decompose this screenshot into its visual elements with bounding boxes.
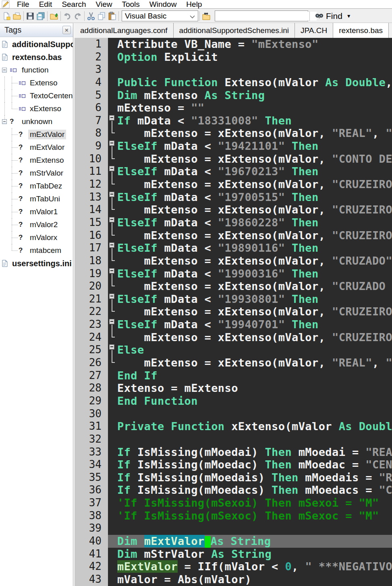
line-number[interactable]: 30 [75,408,108,420]
fold-margin[interactable] [108,318,116,331]
line-number[interactable]: 43 [75,573,108,586]
line-number[interactable]: 23 [75,318,108,331]
save-all-button[interactable] [35,11,46,21]
code-line[interactable]: 1Attribute VB_Name = "mExtenso" [75,38,392,51]
fold-minus-icon[interactable] [109,268,114,273]
line-number[interactable]: 9 [75,140,108,153]
tree-item-mTabDez[interactable]: ?mTabDez [0,180,73,193]
line-number[interactable]: 29 [75,395,108,408]
line-number[interactable]: 4 [75,76,108,89]
line-number[interactable]: 28 [75,382,108,395]
code-line[interactable]: 41Dim mStrValor As String [75,548,392,561]
line-number[interactable]: 17 [75,242,108,255]
line-number[interactable]: 42 [75,560,108,573]
fold-minus-icon[interactable] [109,192,114,197]
code-line[interactable]: 36If IsMissing(mMoedacs) Then mMoedacs =… [75,484,392,497]
code-line[interactable]: 8 mExtenso = xExtenso(mValor, "REAL", "C [75,127,392,140]
menu-item-search[interactable]: Search [57,0,91,8]
line-number[interactable]: 15 [75,216,108,229]
code-line[interactable]: 25Else [75,344,392,356]
line-number[interactable]: 34 [75,458,108,471]
line-number[interactable]: 10 [75,153,108,166]
line-number[interactable]: 19 [75,267,108,280]
code-line[interactable]: 43mValor = Abs(mValor) [75,573,392,586]
code-line[interactable]: 14 mExtenso = xExtenso(mValor, "CRUZEIRO [75,203,392,216]
save-button[interactable] [25,11,35,21]
code-line[interactable]: 32 [75,433,392,446]
code-line[interactable]: 2Option Explicit [75,51,392,64]
fold-minus-icon[interactable] [109,242,114,248]
code-line[interactable]: 34If IsMissing(mMoedac) Then mMoedac = "… [75,458,392,471]
close-icon[interactable]: × [62,26,71,34]
tab-JPA.CH[interactable]: JPA.CH [295,23,333,38]
code-line[interactable]: 4Public Function Extenso(mValor As Doubl… [75,76,392,89]
line-number[interactable]: 14 [75,203,108,216]
code-line[interactable]: 38'If IsMissing(mSexoc) Then mSexoc = "M… [75,509,392,522]
code-line[interactable]: 18 mExtenso = xExtenso(mValor, "CRUZADO"… [75,255,392,267]
line-number[interactable]: 13 [75,191,108,204]
fold-minus-icon[interactable] [109,344,114,350]
line-number[interactable]: 7 [75,114,108,127]
line-number[interactable]: 6 [75,101,108,114]
tree-item-rextenso.bas[interactable]: rextenso.bas [0,51,73,64]
menu-item-tools[interactable]: Tools [117,0,144,8]
fold-minus-icon[interactable] [109,141,114,146]
tree-item-mExtValor[interactable]: ?mExtValor [0,128,73,141]
code-line[interactable]: 39 [75,522,392,535]
menu-item-help[interactable]: Help [181,0,207,8]
tree-item-mValor1[interactable]: ?mValor1 [0,205,73,218]
tree-item-mExtValor[interactable]: ?mExtValor [0,141,73,154]
new-file-button[interactable] [1,11,12,21]
tree-item-function[interactable]: function [0,64,73,77]
line-number[interactable]: 40 [75,535,108,548]
tree-item-Extenso[interactable]: Extenso [0,77,73,89]
tree-item-mValorx[interactable]: ?mValorx [0,231,73,244]
code-line[interactable]: 37'If IsMissing(mSexoi) Then mSexoi = "M… [75,497,392,509]
code-line[interactable]: 13ElseIf mData < "19700515" Then [75,191,392,204]
code-line[interactable]: 24 mExtenso = xExtenso(mValor, "CRUZEIRO [75,331,392,344]
tree-item-unknown[interactable]: ?unknown [0,115,73,128]
line-number[interactable]: 26 [75,356,108,369]
line-number[interactable]: 20 [75,280,108,293]
code-line[interactable]: 12 mExtenso = xExtenso(mValor, "CRUZEIRO… [75,178,392,191]
line-number[interactable]: 27 [75,369,108,382]
code-line[interactable]: 17ElseIf mData < "19890116" Then [75,242,392,255]
fold-margin[interactable] [108,242,116,255]
tree-item-additionalSupportedSchemes.ini[interactable]: additionalSupportedSchemes.ini [0,38,73,51]
code-line[interactable]: 29End Function [75,395,392,408]
line-number[interactable]: 21 [75,293,108,306]
line-number[interactable]: 18 [75,255,108,267]
code-line[interactable]: 26 mExtenso = xExtenso(mValor, "REAL", "… [75,356,392,369]
line-number[interactable]: 41 [75,548,108,561]
fold-margin[interactable] [108,216,116,229]
code-line[interactable]: 6mExtenso = "" [75,101,392,114]
line-number[interactable]: 33 [75,446,108,459]
copy-icon[interactable] [96,11,107,21]
fold-margin[interactable] [108,140,116,153]
line-number[interactable]: 1 [75,38,108,51]
code-line[interactable]: 23ElseIf mData < "19940701" Then [75,318,392,331]
reload-file-button[interactable] [49,11,59,21]
line-number[interactable]: 8 [75,127,108,140]
menu-item-window[interactable]: Window [145,0,182,8]
menu-item-file[interactable]: File [12,0,34,8]
tree-item-mStrValor[interactable]: ?mStrValor [0,167,73,180]
redo-icon[interactable] [73,11,83,21]
find-dropdown-caret-icon[interactable]: ▼ [346,13,351,19]
collapse-minus-icon[interactable] [2,119,7,124]
fold-margin[interactable] [108,344,116,356]
find-button[interactable]: Find ▼ [315,11,351,21]
line-number[interactable]: 11 [75,165,108,178]
code-line[interactable]: 5Dim mExtenso As String [75,89,392,102]
cut-icon[interactable] [86,11,96,21]
line-number[interactable]: 24 [75,331,108,344]
line-number[interactable]: 25 [75,344,108,356]
code-line[interactable]: 33If IsMissing(mMoedai) Then mMoedai = "… [75,446,392,459]
line-number[interactable]: 39 [75,522,108,535]
code-line[interactable]: 30 [75,408,392,420]
line-number[interactable]: 36 [75,484,108,497]
search-input[interactable] [218,12,317,21]
fold-margin[interactable] [108,191,116,204]
search-combobox[interactable] [215,10,308,21]
line-number[interactable]: 37 [75,497,108,509]
